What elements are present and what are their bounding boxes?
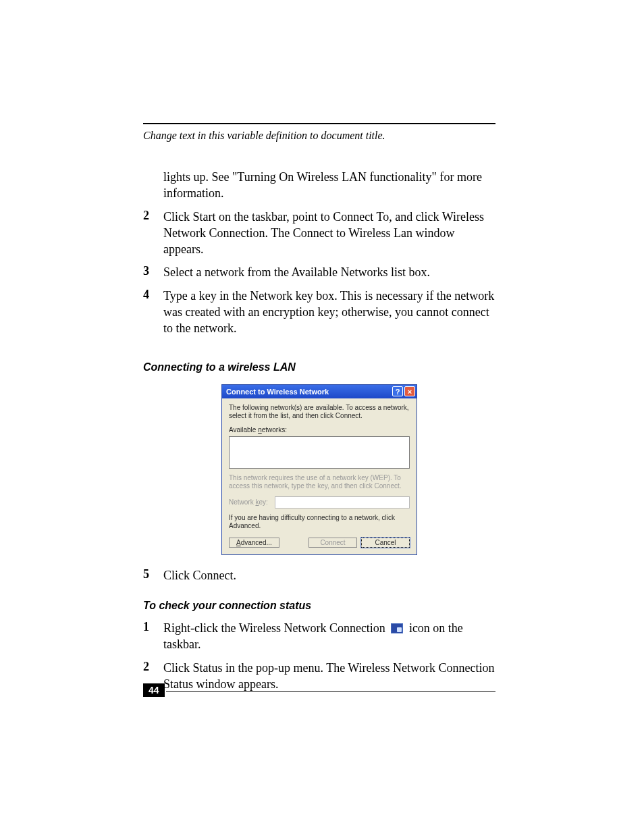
running-head: Change text in this variable definition … <box>143 130 495 142</box>
step-number: 3 <box>143 264 163 280</box>
footer-rule <box>166 691 495 692</box>
step-text: Type a key in the Network key box. This … <box>163 288 495 337</box>
help-button[interactable]: ? <box>392 386 403 396</box>
cancel-button[interactable]: Cancel <box>361 538 410 548</box>
connect-button[interactable]: Connect <box>308 538 357 548</box>
close-button[interactable]: × <box>404 386 415 396</box>
header-rule <box>143 123 495 124</box>
advanced-button[interactable]: Advanced... <box>229 538 279 548</box>
step-number: 4 <box>143 288 163 337</box>
available-networks-listbox[interactable] <box>229 436 410 469</box>
step-text-pre: Right-click the Wireless Network Connect… <box>163 621 388 635</box>
step-number: 2 <box>143 209 163 258</box>
step-text: Select a network from the Available Netw… <box>163 264 495 280</box>
step-item: 4 Type a key in the Network key box. Thi… <box>143 288 495 337</box>
step-item: 1 Right-click the Wireless Network Conne… <box>143 620 495 653</box>
page-number-badge: 44 <box>143 683 165 697</box>
figure-caption: Connecting to a wireless LAN <box>143 361 495 373</box>
network-key-label: Network key: <box>229 498 275 506</box>
step-number: 1 <box>143 620 163 653</box>
dialog-title: Connect to Wireless Network <box>226 388 391 396</box>
subheading-check-status: To check your connection status <box>143 600 495 612</box>
step-text: Click Start on the taskbar, point to Con… <box>163 209 495 258</box>
step-item: 2 Click Start on the taskbar, point to C… <box>143 209 495 258</box>
page-footer: 44 <box>143 683 495 692</box>
dialog-connect-wireless: Connect to Wireless Network ? × The foll… <box>221 384 417 555</box>
network-key-input[interactable] <box>275 496 410 509</box>
lead-paragraph: lights up. See "Turning On Wireless LAN … <box>163 169 495 202</box>
step-item: 3 Select a network from the Available Ne… <box>143 264 495 280</box>
step-number: 5 <box>143 567 163 583</box>
dialog-titlebar[interactable]: Connect to Wireless Network ? × <box>222 385 417 398</box>
dialog-intro-text: The following network(s) are available. … <box>229 404 410 421</box>
step-text: Click Connect. <box>163 567 495 583</box>
step-text: Right-click the Wireless Network Connect… <box>163 620 495 653</box>
wireless-connection-icon <box>391 623 403 633</box>
step-item: 5 Click Connect. <box>143 567 495 583</box>
advanced-note: If you are having difficulty connecting … <box>229 514 410 531</box>
available-networks-label: Available networks: <box>229 426 410 434</box>
wep-note: This network requires the use of a netwo… <box>229 474 410 491</box>
